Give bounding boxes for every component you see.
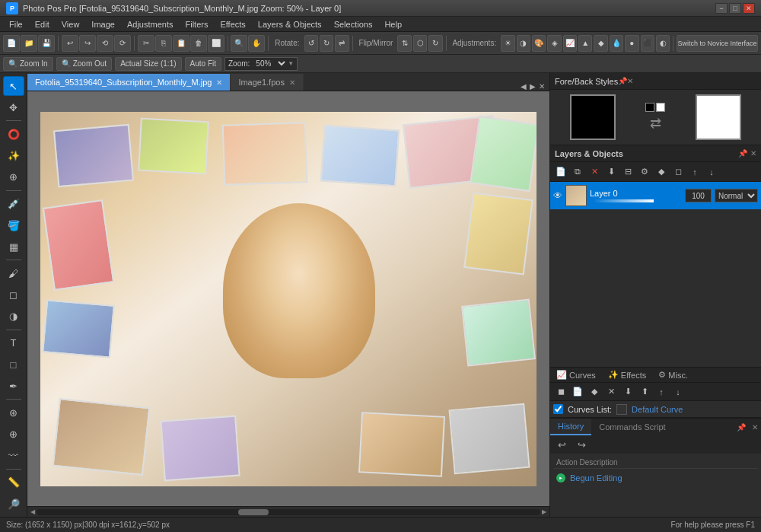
tool-measure[interactable]: 📏 <box>3 473 24 492</box>
tool-eyedropper[interactable]: 💉 <box>3 194 24 214</box>
new-button[interactable]: 📄 <box>3 35 20 52</box>
blur-button[interactable]: 💧 <box>610 35 623 52</box>
rotate-right-button[interactable]: ↻ <box>320 35 333 52</box>
switch-interface-button[interactable]: Switch to Novice Interface <box>677 35 758 52</box>
tool-text[interactable]: T <box>3 333 24 353</box>
color-button[interactable]: 🎨 <box>532 35 546 52</box>
curves-btn-5[interactable]: ⬇ <box>620 385 635 399</box>
tool-heal[interactable]: ⊕ <box>3 425 24 444</box>
layer-properties-button[interactable]: ◆ <box>654 164 669 180</box>
menu-adjustments[interactable]: Adjustments <box>121 17 180 32</box>
delete-button[interactable]: 🗑 <box>190 35 207 52</box>
menu-image[interactable]: Image <box>85 17 121 32</box>
cut-button[interactable]: ✂ <box>138 35 154 52</box>
flip-v-button[interactable]: ⇅ <box>397 35 411 52</box>
tool-brush[interactable]: 🖌 <box>3 263 24 283</box>
tool-lasso[interactable]: ⭕ <box>3 124 24 144</box>
history-pin[interactable]: 📌 <box>734 423 749 432</box>
tab-curves[interactable]: 📈 Curves <box>550 368 602 382</box>
layer-merge-button[interactable]: ⬇ <box>603 164 619 180</box>
menu-layers-objects[interactable]: Layers & Objects <box>252 17 328 32</box>
tool-magic-wand[interactable]: ✨ <box>3 146 24 166</box>
scroll-right-arrow[interactable]: ▶ <box>540 508 548 515</box>
small-bg-swatch[interactable] <box>656 103 665 112</box>
undo-history-button[interactable]: ⟲ <box>97 35 113 52</box>
menu-filters[interactable]: Filters <box>179 17 214 32</box>
zoom-select[interactable]: 50% 25% 100% 200% <box>253 59 288 68</box>
zoom-out-button[interactable]: 🔍 Zoom Out <box>56 57 112 71</box>
zoom-in-tool-button[interactable]: 🔍 <box>231 35 247 52</box>
menu-view[interactable]: View <box>56 17 86 32</box>
auto-fit-button[interactable]: Auto Fit <box>185 57 221 71</box>
layer-opacity-input[interactable] <box>685 189 712 202</box>
tab-effects[interactable]: ✨ Effects <box>602 368 652 382</box>
tab-close-all[interactable]: ✕ <box>537 82 546 91</box>
open-button[interactable]: 📁 <box>21 35 37 52</box>
small-fg-swatch[interactable] <box>645 103 654 112</box>
layers-panel-pin[interactable]: 📌 <box>738 149 747 158</box>
background-color-swatch[interactable] <box>696 94 741 140</box>
filter-button[interactable]: ⬛ <box>641 35 654 52</box>
layer-duplicate-button[interactable]: ⧉ <box>570 164 585 180</box>
tool-shape[interactable]: □ <box>3 355 24 374</box>
swap-colors-button[interactable]: ⇄ <box>650 115 661 132</box>
copy-button[interactable]: ⎘ <box>155 35 172 52</box>
tool-eraser[interactable]: ◻ <box>3 285 24 305</box>
curves-btn-2[interactable]: 📄 <box>570 385 585 399</box>
doc-tab-1-close[interactable]: ✕ <box>216 78 222 87</box>
menu-selections[interactable]: Selections <box>328 17 379 32</box>
hand-tool-button[interactable]: ✋ <box>248 35 265 52</box>
curves-btn-1[interactable]: ◼ <box>553 385 568 399</box>
undo-button[interactable]: ↩ <box>62 35 78 52</box>
brightness-button[interactable]: ☀ <box>501 35 514 52</box>
tool-move[interactable]: ✥ <box>3 97 24 117</box>
scroll-left-arrow[interactable]: ◀ <box>29 508 37 515</box>
tool-select[interactable]: ↖ <box>3 76 24 96</box>
history-tab-history[interactable]: History <box>550 419 591 435</box>
curves-btn-up[interactable]: ↑ <box>654 385 669 399</box>
actual-size-button[interactable]: Actual Size (1:1) <box>115 57 181 71</box>
layer-delete-button[interactable]: ✕ <box>587 164 602 180</box>
layer-opacity-bar[interactable] <box>593 199 654 202</box>
layer-settings-button[interactable]: ⚙ <box>637 164 652 180</box>
scroll-track[interactable] <box>37 509 540 515</box>
refresh-button[interactable]: ↻ <box>428 35 442 52</box>
menu-file[interactable]: File <box>3 17 29 32</box>
curves-btn-6[interactable]: ⬆ <box>637 385 652 399</box>
tool-crop[interactable]: ⊕ <box>3 167 24 187</box>
redo-button[interactable]: ↪ <box>79 35 96 52</box>
maximize-button[interactable]: □ <box>729 3 741 14</box>
save-button[interactable]: 💾 <box>38 35 55 52</box>
close-button[interactable]: ✕ <box>743 3 755 14</box>
mirror-button[interactable]: ⬡ <box>413 35 427 52</box>
doc-tab-2[interactable]: Image1.fpos ✕ <box>231 74 304 91</box>
layer-move-down-button[interactable]: ↓ <box>704 164 719 180</box>
layers-panel-close[interactable]: ✕ <box>750 149 756 158</box>
foreground-color-swatch[interactable] <box>570 94 616 140</box>
scroll-thumb[interactable] <box>238 509 269 515</box>
exposure-button[interactable]: ◐ <box>656 35 670 52</box>
layer-flatten-button[interactable]: ⊟ <box>620 164 635 180</box>
hue-button[interactable]: ◈ <box>547 35 561 52</box>
curves-list-checkbox[interactable] <box>553 404 563 414</box>
doc-tab-1[interactable]: Fotolia_95319640_Subscription_Monthly_M.… <box>27 74 231 91</box>
tool-paint-bucket[interactable]: 🪣 <box>3 215 24 235</box>
menu-edit[interactable]: Edit <box>29 17 56 32</box>
layer-new-button[interactable]: 📄 <box>553 164 568 180</box>
tool-zoom-tool[interactable]: 🔎 <box>3 494 24 514</box>
foreback-close[interactable]: ✕ <box>627 77 633 85</box>
select-all-button[interactable]: ⬜ <box>208 35 224 52</box>
color2-button[interactable]: ● <box>625 35 638 52</box>
history-undo-button[interactable]: ↩ <box>553 438 570 451</box>
layer-blend-select[interactable]: Normal Multiply Screen Overlay <box>715 189 758 202</box>
curves-btn-down[interactable]: ↓ <box>670 385 686 399</box>
canvas-viewport[interactable] <box>27 91 549 506</box>
tool-clone[interactable]: ⊛ <box>3 403 24 422</box>
tab-misc[interactable]: ⚙ Misc. <box>652 368 694 382</box>
layer-0-visibility[interactable]: 👁 <box>553 190 562 201</box>
history-close[interactable]: ✕ <box>749 423 761 432</box>
layer-0-item[interactable]: 👁 Layer 0 Normal Multiply Scree <box>550 182 761 209</box>
curves-btn-3[interactable]: ◆ <box>587 385 602 399</box>
menu-help[interactable]: Help <box>378 17 408 32</box>
tool-smudge[interactable]: 〰 <box>3 446 24 466</box>
